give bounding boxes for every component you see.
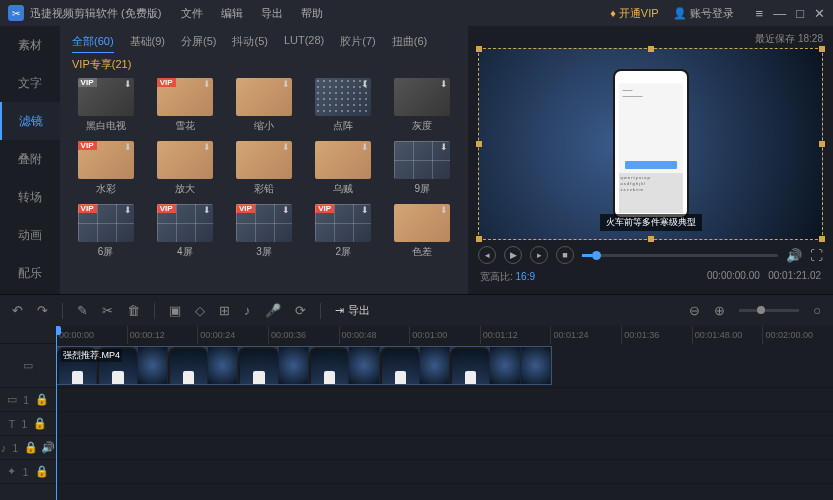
filter-cat-split[interactable]: 分屏(5): [181, 34, 216, 53]
undo-icon[interactable]: ↶: [12, 303, 23, 318]
resize-handle[interactable]: [819, 141, 825, 147]
playhead[interactable]: [56, 326, 57, 500]
filter-cat-basic[interactable]: 基础(9): [130, 34, 165, 53]
filter-cat-all[interactable]: 全部(60): [72, 34, 114, 53]
time-ruler[interactable]: 00:00:0000:00:1200:00:2400:00:3600:00:48…: [56, 326, 833, 344]
download-icon: ⬇: [361, 142, 369, 152]
filter-item[interactable]: VIP⬇3屏: [230, 204, 297, 259]
zoom-out-icon[interactable]: ⊖: [689, 303, 700, 318]
filter-thumbnail: VIP⬇: [78, 204, 134, 242]
filter-item[interactable]: VIP⬇水彩: [72, 141, 139, 196]
filter-item[interactable]: VIP⬇雪花: [151, 78, 218, 133]
filter-cat-shake[interactable]: 抖动(5): [232, 34, 267, 53]
timeline: ▭ ▭ 1 🔒 T 1 🔒 ♪ 1 🔒 🔊 ✦ 1 🔒 00:00:0000:0…: [0, 326, 833, 500]
mic-icon[interactable]: 🎤: [265, 303, 281, 318]
redo-icon[interactable]: ↷: [37, 303, 48, 318]
prev-frame-button[interactable]: ◂: [478, 246, 496, 264]
side-tab-animation[interactable]: 动画: [0, 216, 60, 254]
menu-help[interactable]: 帮助: [301, 6, 323, 21]
side-tab-material[interactable]: 素材: [0, 26, 60, 64]
edit-icon[interactable]: ✎: [77, 303, 88, 318]
export-button[interactable]: ⇥导出: [335, 303, 370, 318]
preview-caption: 火车前等多件寒级典型: [600, 214, 702, 231]
side-tab-music[interactable]: 配乐: [0, 254, 60, 292]
vip-exclusive-label[interactable]: VIP专享(21): [72, 57, 456, 72]
split-icon[interactable]: ✂: [102, 303, 113, 318]
play-button[interactable]: ▶: [504, 246, 522, 264]
music-track[interactable]: [56, 436, 833, 460]
filter-thumbnail: ⬇: [315, 141, 371, 179]
filter-thumbnail: ⬇: [236, 141, 292, 179]
filter-thumbnail: ⬇: [315, 78, 371, 116]
video-track[interactable]: 强烈推荐.MP4: [56, 344, 833, 388]
preview-phone-mockup: —————— q w e r t y u i o pa s d f g h j …: [613, 69, 689, 219]
text-track-head[interactable]: T 1 🔒: [0, 412, 56, 436]
video-clip[interactable]: 强烈推荐.MP4: [56, 346, 552, 385]
filter-item[interactable]: ⬇9屏: [389, 141, 456, 196]
filter-item[interactable]: ⬇放大: [151, 141, 218, 196]
crop-icon[interactable]: ▣: [169, 303, 181, 318]
side-tab-transition[interactable]: 转场: [0, 178, 60, 216]
delete-icon[interactable]: 🗑: [127, 303, 140, 318]
filter-item[interactable]: ⬇灰度: [389, 78, 456, 133]
audio-track[interactable]: [56, 388, 833, 412]
minimize-icon[interactable]: —: [773, 6, 786, 21]
vip-button[interactable]: ♦开通VIP: [610, 6, 658, 21]
fit-icon[interactable]: ○: [813, 303, 821, 318]
download-icon: ⬇: [203, 79, 211, 89]
resize-handle[interactable]: [648, 236, 654, 242]
audio-track-head[interactable]: ▭ 1 🔒: [0, 388, 56, 412]
filter-item[interactable]: VIP⬇2屏: [310, 204, 377, 259]
stop-button[interactable]: ■: [556, 246, 574, 264]
ruler-tick: 00:00:00: [56, 326, 127, 344]
menu-file[interactable]: 文件: [181, 6, 203, 21]
close-icon[interactable]: ✕: [814, 6, 825, 21]
filter-item[interactable]: ⬇缩小: [230, 78, 297, 133]
speed-icon[interactable]: ⟳: [295, 303, 306, 318]
resize-handle[interactable]: [648, 46, 654, 52]
preview-canvas[interactable]: —————— q w e r t y u i o pa s d f g h j …: [478, 48, 823, 240]
keyframe-icon[interactable]: ◇: [195, 303, 205, 318]
music-track-head[interactable]: ♪ 1 🔒 🔊: [0, 436, 56, 460]
filter-item[interactable]: ⬇点阵: [310, 78, 377, 133]
effect-track-head[interactable]: ✦ 1 🔒: [0, 460, 56, 484]
zoom-in-icon[interactable]: ⊕: [714, 303, 725, 318]
download-icon: ⬇: [361, 205, 369, 215]
filter-item[interactable]: VIP⬇黑白电视: [72, 78, 139, 133]
filter-item[interactable]: VIP⬇6屏: [72, 204, 139, 259]
audio-icon[interactable]: ♪: [244, 303, 251, 318]
filter-cat-film[interactable]: 胶片(7): [340, 34, 375, 53]
filter-item[interactable]: ⬇色差: [389, 204, 456, 259]
text-track[interactable]: [56, 412, 833, 436]
fullscreen-icon[interactable]: ⛶: [810, 248, 823, 263]
video-track-head[interactable]: ▭: [0, 344, 56, 388]
filter-cat-distort[interactable]: 扭曲(6): [392, 34, 427, 53]
side-tab-filter[interactable]: 滤镜: [0, 102, 60, 140]
filter-item[interactable]: ⬇乌贼: [310, 141, 377, 196]
login-button[interactable]: 👤账号登录: [673, 6, 734, 21]
side-tab-overlay[interactable]: 叠附: [0, 140, 60, 178]
chart-icon[interactable]: ⊞: [219, 303, 230, 318]
resize-handle[interactable]: [819, 236, 825, 242]
next-frame-button[interactable]: ▸: [530, 246, 548, 264]
effect-track[interactable]: [56, 460, 833, 484]
resize-handle[interactable]: [476, 46, 482, 52]
download-icon: ⬇: [203, 142, 211, 152]
filter-cat-lut[interactable]: LUT(28): [284, 34, 324, 53]
aspect-ratio[interactable]: 宽高比: 16:9: [480, 270, 535, 284]
resize-handle[interactable]: [476, 236, 482, 242]
maximize-icon[interactable]: □: [796, 6, 804, 21]
side-tab-text[interactable]: 文字: [0, 64, 60, 102]
zoom-slider[interactable]: [739, 309, 799, 312]
menu-export[interactable]: 导出: [261, 6, 283, 21]
resize-handle[interactable]: [819, 46, 825, 52]
volume-icon[interactable]: 🔊: [786, 248, 802, 263]
filter-item[interactable]: VIP⬇4屏: [151, 204, 218, 259]
download-icon: ⬇: [440, 79, 448, 89]
filter-thumbnail: VIP⬇: [236, 204, 292, 242]
resize-handle[interactable]: [476, 141, 482, 147]
filter-item[interactable]: ⬇彩铅: [230, 141, 297, 196]
menu-icon[interactable]: ≡: [756, 6, 764, 21]
menu-edit[interactable]: 编辑: [221, 6, 243, 21]
progress-bar[interactable]: [582, 254, 778, 257]
